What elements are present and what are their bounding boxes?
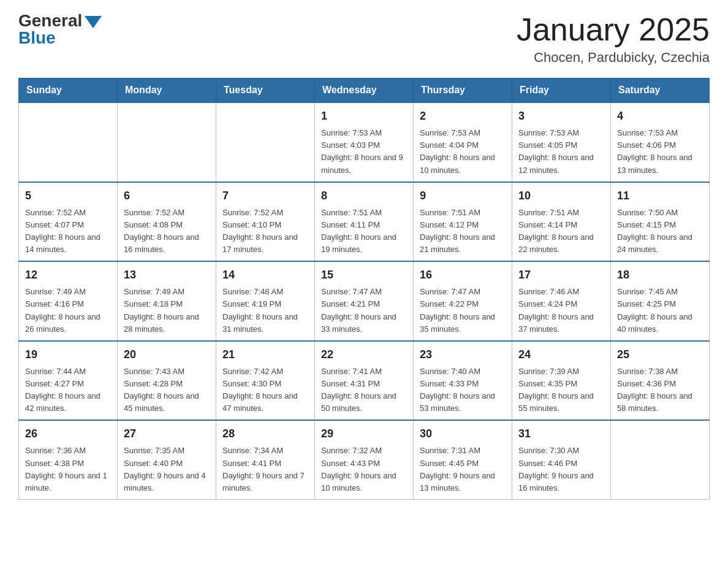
day-number: 17 [518,267,604,283]
day-number: 1 [321,108,407,124]
day-number: 30 [420,426,506,442]
calendar-day-cell: 16Sunrise: 7:47 AM Sunset: 4:22 PM Dayli… [414,261,512,341]
day-info: Sunrise: 7:34 AM Sunset: 4:41 PM Dayligh… [222,445,308,494]
calendar-week-row: 1Sunrise: 7:53 AM Sunset: 4:03 PM Daylig… [19,102,710,182]
calendar-day-cell [118,102,216,182]
day-number: 7 [222,188,308,204]
calendar-day-cell: 27Sunrise: 7:35 AM Sunset: 4:40 PM Dayli… [118,420,216,499]
calendar-day-cell: 11Sunrise: 7:50 AM Sunset: 4:15 PM Dayli… [611,182,710,262]
day-info: Sunrise: 7:48 AM Sunset: 4:19 PM Dayligh… [222,286,308,335]
day-info: Sunrise: 7:40 AM Sunset: 4:33 PM Dayligh… [420,366,506,415]
day-number: 14 [222,267,308,283]
logo-triangle-icon [85,16,102,28]
calendar-day-cell: 22Sunrise: 7:41 AM Sunset: 4:31 PM Dayli… [315,341,414,421]
calendar-body: 1Sunrise: 7:53 AM Sunset: 4:03 PM Daylig… [19,102,710,499]
calendar-day-cell: 25Sunrise: 7:38 AM Sunset: 4:36 PM Dayli… [611,341,710,421]
logo-text: General Blue [18,12,82,47]
day-of-week-header: Monday [118,79,216,103]
day-info: Sunrise: 7:41 AM Sunset: 4:31 PM Dayligh… [321,366,407,415]
day-number: 2 [420,108,506,124]
day-info: Sunrise: 7:39 AM Sunset: 4:35 PM Dayligh… [518,366,604,415]
calendar-day-cell: 19Sunrise: 7:44 AM Sunset: 4:27 PM Dayli… [19,341,118,421]
day-info: Sunrise: 7:38 AM Sunset: 4:36 PM Dayligh… [617,366,703,415]
day-number: 26 [25,426,111,442]
calendar-day-cell: 2Sunrise: 7:53 AM Sunset: 4:04 PM Daylig… [414,102,512,182]
day-number: 29 [321,426,407,442]
day-info: Sunrise: 7:47 AM Sunset: 4:21 PM Dayligh… [321,286,407,335]
subtitle: Chocen, Pardubicky, Czechia [517,50,710,66]
calendar-day-cell: 31Sunrise: 7:30 AM Sunset: 4:46 PM Dayli… [512,420,611,499]
day-info: Sunrise: 7:53 AM Sunset: 4:04 PM Dayligh… [420,127,506,177]
calendar-day-cell [19,102,118,182]
calendar-day-cell: 12Sunrise: 7:49 AM Sunset: 4:16 PM Dayli… [19,261,118,341]
day-info: Sunrise: 7:30 AM Sunset: 4:46 PM Dayligh… [518,445,604,494]
calendar-day-cell: 29Sunrise: 7:32 AM Sunset: 4:43 PM Dayli… [315,420,414,499]
calendar-header: SundayMondayTuesdayWednesdayThursdayFrid… [19,79,710,103]
calendar-week-row: 19Sunrise: 7:44 AM Sunset: 4:27 PM Dayli… [19,341,710,421]
day-info: Sunrise: 7:53 AM Sunset: 4:06 PM Dayligh… [617,127,703,177]
logo-general: General [18,12,82,29]
calendar-day-cell: 26Sunrise: 7:36 AM Sunset: 4:38 PM Dayli… [19,420,118,499]
calendar-day-cell: 10Sunrise: 7:51 AM Sunset: 4:14 PM Dayli… [512,182,611,262]
calendar-day-cell: 30Sunrise: 7:31 AM Sunset: 4:45 PM Dayli… [414,420,512,499]
day-info: Sunrise: 7:51 AM Sunset: 4:14 PM Dayligh… [518,207,604,256]
calendar-day-cell: 9Sunrise: 7:51 AM Sunset: 4:12 PM Daylig… [414,182,512,262]
day-info: Sunrise: 7:49 AM Sunset: 4:18 PM Dayligh… [124,286,210,335]
day-info: Sunrise: 7:46 AM Sunset: 4:24 PM Dayligh… [518,286,604,335]
day-number: 8 [321,188,407,204]
logo: General Blue [18,12,102,47]
calendar-day-cell [611,420,710,499]
day-number: 11 [617,188,703,204]
day-of-week-header: Tuesday [216,79,315,103]
day-number: 15 [321,267,407,283]
day-number: 10 [518,188,604,204]
day-info: Sunrise: 7:53 AM Sunset: 4:03 PM Dayligh… [321,127,407,177]
day-info: Sunrise: 7:44 AM Sunset: 4:27 PM Dayligh… [25,366,111,415]
day-of-week-header: Saturday [611,79,710,103]
calendar-day-cell: 6Sunrise: 7:52 AM Sunset: 4:08 PM Daylig… [118,182,216,262]
title-section: January 2025 Chocen, Pardubicky, Czechia [517,12,710,66]
day-number: 19 [25,347,111,363]
day-info: Sunrise: 7:51 AM Sunset: 4:12 PM Dayligh… [420,207,506,256]
day-number: 31 [518,426,604,442]
day-of-week-header: Thursday [414,79,512,103]
calendar-day-cell: 17Sunrise: 7:46 AM Sunset: 4:24 PM Dayli… [512,261,611,341]
day-info: Sunrise: 7:53 AM Sunset: 4:05 PM Dayligh… [518,127,604,177]
day-number: 20 [124,347,210,363]
day-of-week-header: Sunday [19,79,118,103]
calendar-week-row: 12Sunrise: 7:49 AM Sunset: 4:16 PM Dayli… [19,261,710,341]
day-info: Sunrise: 7:31 AM Sunset: 4:45 PM Dayligh… [420,445,506,494]
day-number: 5 [25,188,111,204]
calendar-day-cell: 13Sunrise: 7:49 AM Sunset: 4:18 PM Dayli… [118,261,216,341]
day-number: 6 [124,188,210,204]
calendar-day-cell: 15Sunrise: 7:47 AM Sunset: 4:21 PM Dayli… [315,261,414,341]
calendar-day-cell [216,102,315,182]
calendar-week-row: 26Sunrise: 7:36 AM Sunset: 4:38 PM Dayli… [19,420,710,499]
day-info: Sunrise: 7:51 AM Sunset: 4:11 PM Dayligh… [321,207,407,256]
day-number: 25 [617,347,703,363]
calendar-day-cell: 28Sunrise: 7:34 AM Sunset: 4:41 PM Dayli… [216,420,315,499]
calendar-week-row: 5Sunrise: 7:52 AM Sunset: 4:07 PM Daylig… [19,182,710,262]
calendar-day-cell: 24Sunrise: 7:39 AM Sunset: 4:35 PM Dayli… [512,341,611,421]
calendar-day-cell: 1Sunrise: 7:53 AM Sunset: 4:03 PM Daylig… [315,102,414,182]
calendar-day-cell: 20Sunrise: 7:43 AM Sunset: 4:28 PM Dayli… [118,341,216,421]
day-info: Sunrise: 7:36 AM Sunset: 4:38 PM Dayligh… [25,445,111,494]
calendar-day-cell: 4Sunrise: 7:53 AM Sunset: 4:06 PM Daylig… [611,102,710,182]
day-of-week-header: Wednesday [315,79,414,103]
calendar-day-cell: 3Sunrise: 7:53 AM Sunset: 4:05 PM Daylig… [512,102,611,182]
day-info: Sunrise: 7:32 AM Sunset: 4:43 PM Dayligh… [321,445,407,494]
day-number: 18 [617,267,703,283]
calendar-day-cell: 5Sunrise: 7:52 AM Sunset: 4:07 PM Daylig… [19,182,118,262]
day-number: 27 [124,426,210,442]
day-info: Sunrise: 7:45 AM Sunset: 4:25 PM Dayligh… [617,286,703,335]
calendar-day-cell: 21Sunrise: 7:42 AM Sunset: 4:30 PM Dayli… [216,341,315,421]
day-of-week-header: Friday [512,79,611,103]
days-of-week-row: SundayMondayTuesdayWednesdayThursdayFrid… [19,79,710,103]
day-number: 16 [420,267,506,283]
day-number: 21 [222,347,308,363]
day-number: 22 [321,347,407,363]
day-info: Sunrise: 7:49 AM Sunset: 4:16 PM Dayligh… [25,286,111,335]
page-header: General Blue January 2025 Chocen, Pardub… [18,12,710,66]
day-number: 4 [617,108,703,124]
logo-blue: Blue [18,29,82,47]
